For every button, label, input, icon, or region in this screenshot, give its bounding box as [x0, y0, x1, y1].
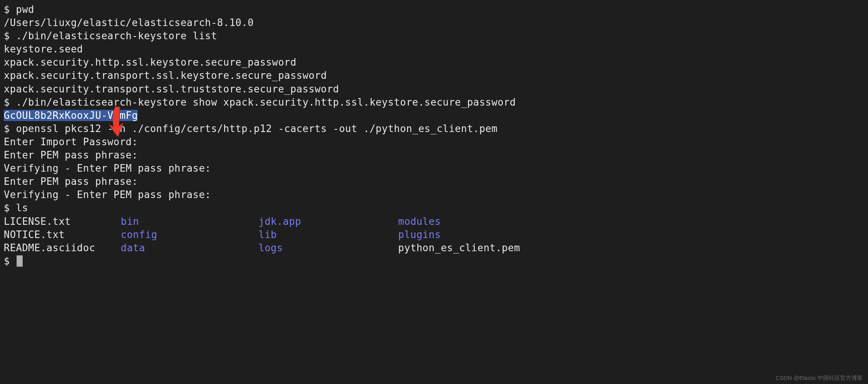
ls-dir: data: [121, 241, 259, 255]
ls-dir: lib: [259, 228, 398, 241]
output-verify-pem-phrase: Verifying - Enter PEM pass phrase:: [4, 162, 864, 175]
command-ls: ls: [16, 202, 28, 214]
ls-dir: bin: [121, 215, 259, 228]
terminal-line: $ pwd: [4, 3, 864, 16]
output-keystore-seed: keystore.seed: [4, 43, 864, 56]
watermark-text: CSDN @Elastic 中国社区官方博客: [776, 374, 863, 382]
prompt: $: [4, 30, 16, 41]
prompt: $: [4, 255, 16, 267]
prompt: $: [4, 123, 16, 134]
command-pwd: pwd: [16, 4, 34, 15]
ls-dir: modules: [398, 215, 864, 228]
ls-output: LICENSE.txt bin jdk.app modules NOTICE.t…: [4, 215, 864, 255]
output-verify-pem-phrase: Verifying - Enter PEM pass phrase:: [4, 188, 864, 201]
command-keystore-show: ./bin/elasticsearch-keystore show xpack.…: [16, 97, 516, 108]
terminal-line: $ ./bin/elasticsearch-keystore list: [4, 29, 864, 43]
output-password-highlighted: GcOUL8b2RxKooxJU-VymFg: [4, 109, 864, 122]
ls-file: python_es_client.pem: [398, 241, 864, 255]
terminal-line: $ ./bin/elasticsearch-keystore show xpac…: [4, 96, 864, 109]
ls-file: LICENSE.txt: [4, 215, 121, 228]
command-openssl: openssl pkcs12 -in ./config/certs/http.p…: [16, 123, 497, 134]
cursor-icon: [17, 255, 23, 267]
ls-file: NOTICE.txt: [4, 228, 121, 241]
terminal-line: $ openssl pkcs12 -in ./config/certs/http…: [4, 122, 864, 135]
terminal-prompt-active[interactable]: $: [4, 255, 864, 268]
ls-dir: jdk.app: [259, 215, 398, 228]
prompt: $: [4, 4, 16, 15]
output-enter-pem-phrase: Enter PEM pass phrase:: [4, 175, 864, 188]
output-keystore-transport: xpack.security.transport.ssl.keystore.se…: [4, 69, 864, 82]
ls-dir: logs: [259, 241, 398, 255]
output-pwd: /Users/liuxg/elastic/elasticsearch-8.10.…: [4, 16, 864, 29]
ls-file: README.asciidoc: [4, 241, 121, 255]
prompt: $: [4, 202, 16, 214]
prompt: $: [4, 97, 16, 108]
terminal-line: $ ls: [4, 201, 864, 215]
highlighted-password[interactable]: GcOUL8b2RxKooxJU-VymFg: [4, 110, 138, 121]
ls-dir: config: [121, 228, 259, 241]
output-enter-pem-phrase: Enter PEM pass phrase:: [4, 149, 864, 162]
output-keystore-http: xpack.security.http.ssl.keystore.secure_…: [4, 56, 864, 69]
output-keystore-truststore: xpack.security.transport.ssl.truststore.…: [4, 83, 864, 96]
output-enter-import-password: Enter Import Password:: [4, 135, 864, 149]
ls-dir: plugins: [398, 228, 864, 241]
command-keystore-list: ./bin/elasticsearch-keystore list: [16, 30, 217, 41]
